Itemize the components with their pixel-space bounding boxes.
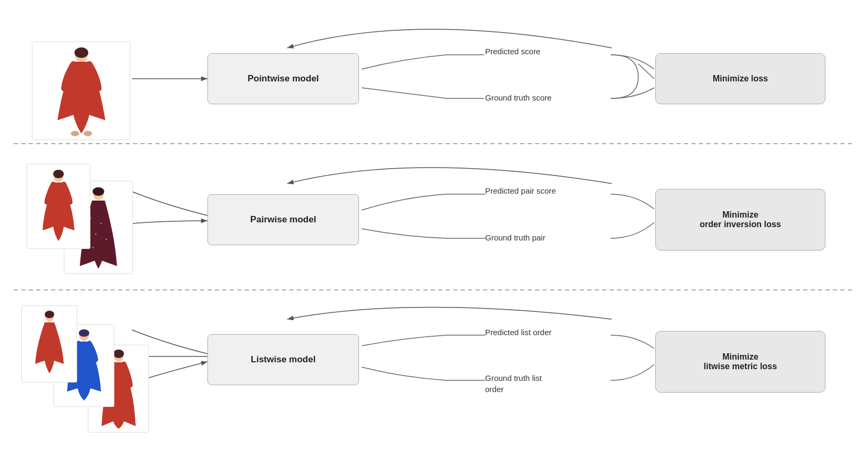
- svg-point-16: [53, 170, 64, 178]
- svg-point-14: [84, 131, 92, 136]
- pointwise-loss-label: Minimize loss: [713, 74, 768, 84]
- svg-point-27: [79, 329, 89, 337]
- listwise-loss-label: Minimize litwise metric loss: [704, 352, 777, 371]
- svg-point-22: [106, 239, 107, 240]
- pairwise-ground-truth-label: Ground truth pair: [485, 233, 545, 242]
- pairwise-dress-image-1: [27, 164, 90, 249]
- svg-line-3: [638, 64, 654, 79]
- svg-point-29: [113, 350, 124, 358]
- pointwise-model-label: Pointwise model: [247, 73, 319, 84]
- svg-point-20: [101, 223, 102, 224]
- listwise-ground-truth-label: Ground truth listorder: [485, 372, 542, 395]
- listwise-model-box: Listwise model: [207, 334, 359, 385]
- pairwise-predicted-label: Predicted pair score: [485, 186, 556, 195]
- svg-point-13: [71, 131, 79, 136]
- svg-point-21: [95, 234, 97, 235]
- listwise-predicted-label: Predicted list order: [485, 328, 552, 337]
- pointwise-model-box: Pointwise model: [207, 53, 359, 104]
- pointwise-predicted-score-label: Predicted score: [485, 47, 540, 56]
- diagram-container: Pointwise model Predicted score Ground t…: [0, 0, 868, 449]
- listwise-loss-box: Minimize litwise metric loss: [655, 331, 825, 393]
- pairwise-loss-label: Minimize order inversion loss: [700, 210, 781, 229]
- pairwise-model-label: Pairwise model: [251, 214, 316, 225]
- pointwise-loss-box: Minimize loss: [655, 53, 825, 104]
- pairwise-loss-box: Minimize order inversion loss: [655, 189, 825, 251]
- svg-point-18: [93, 187, 104, 196]
- pointwise-ground-truth-label: Ground truth score: [485, 93, 552, 102]
- svg-point-23: [93, 247, 94, 248]
- svg-point-25: [45, 311, 54, 318]
- pairwise-model-box: Pairwise model: [207, 194, 359, 245]
- listwise-model-label: Listwise model: [251, 354, 316, 365]
- listwise-dress-image-1: [21, 305, 77, 383]
- svg-point-12: [74, 47, 88, 58]
- pointwise-dress-image: [32, 41, 130, 140]
